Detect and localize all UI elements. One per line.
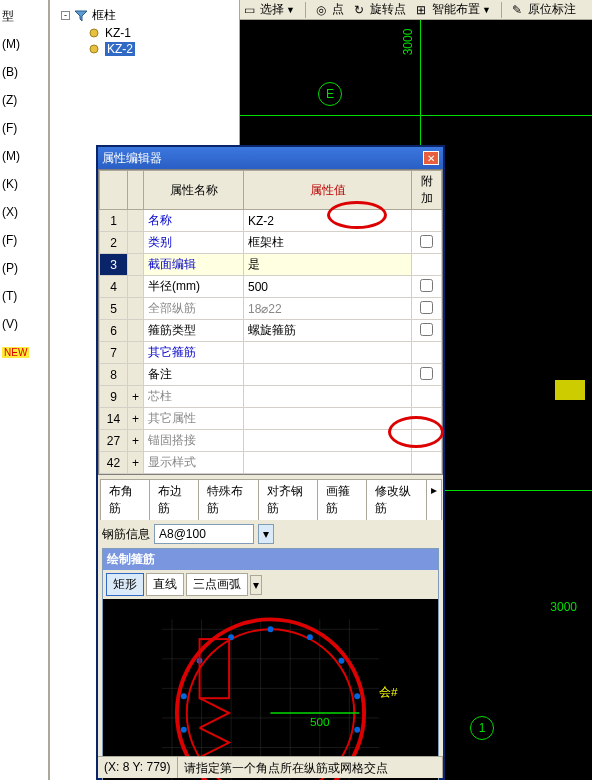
svg-point-28 <box>181 727 187 733</box>
gear-icon <box>87 43 101 55</box>
select-label: 选择 <box>260 1 284 18</box>
tree-item-label: KZ-1 <box>105 26 131 40</box>
left-item[interactable]: (P) <box>2 254 46 282</box>
left-item[interactable]: (M) <box>2 30 46 58</box>
left-item[interactable]: (B) <box>2 58 46 86</box>
table-row[interactable]: 4半径(mm)500 <box>100 276 442 298</box>
rebar-tabs: 布角筋 布边筋 特殊布筋 对齐钢筋 画箍筋 修改纵筋 ▸ <box>98 475 443 520</box>
table-row[interactable]: 2类别框架柱 <box>100 232 442 254</box>
tree-child-selected[interactable]: KZ-2 <box>61 41 233 57</box>
left-item[interactable]: (V) <box>2 310 46 338</box>
tree-child[interactable]: KZ-1 <box>61 25 233 41</box>
col-rownum <box>100 171 128 210</box>
dimension-text: 3000 <box>550 600 577 614</box>
svg-point-22 <box>354 727 360 733</box>
table-row[interactable]: 42+显示样式 <box>100 452 442 474</box>
dialog-title: 属性编辑器 <box>102 150 162 167</box>
draw-arc-button[interactable]: 三点画弧 <box>186 573 248 596</box>
tab-align-bar[interactable]: 对齐钢筋 <box>258 479 319 520</box>
tab-edge-bar[interactable]: 布边筋 <box>149 479 199 520</box>
draw-rect-button[interactable]: 矩形 <box>106 573 144 596</box>
svg-point-29 <box>181 693 187 699</box>
section-dim: 500 <box>310 715 330 729</box>
rotate-label: 旋转点 <box>370 1 406 18</box>
tab-corner-bar[interactable]: 布角筋 <box>100 479 150 520</box>
rebar-info-row: 钢筋信息 ▾ <box>98 520 443 548</box>
gear-icon <box>87 27 101 39</box>
property-editor-dialog: 属性编辑器 ✕ 属性名称 属性值 附加 1名称KZ-2 2类别框架柱 3截面编辑… <box>96 145 445 780</box>
draw-panel: 绘制箍筋 矩形 直线 三点画弧 ▾ <box>102 548 439 780</box>
rebar-dropdown[interactable]: ▾ <box>258 524 274 544</box>
extra-check[interactable] <box>420 279 433 292</box>
extra-check[interactable] <box>420 301 433 314</box>
svg-point-21 <box>354 693 360 699</box>
extra-check[interactable] <box>420 323 433 336</box>
tab-more[interactable]: ▸ <box>426 479 442 520</box>
draw-dropdown[interactable]: ▾ <box>250 575 262 595</box>
svg-point-18 <box>268 626 274 632</box>
tab-special-bar[interactable]: 特殊布筋 <box>198 479 259 520</box>
table-row[interactable]: 9+芯柱 <box>100 386 442 408</box>
left-panel: 型 (M) (B) (Z) (F) (M) (K) (X) (F) (P) (T… <box>0 0 50 780</box>
point-tool[interactable]: ◎点 <box>316 1 344 18</box>
table-row[interactable]: 6箍筋类型螺旋箍筋 <box>100 320 442 342</box>
select-tool[interactable]: ▭选择▼ <box>244 1 295 18</box>
property-grid: 属性名称 属性值 附加 1名称KZ-2 2类别框架柱 3截面编辑是 4半径(mm… <box>98 169 443 475</box>
svg-text:会#: 会# <box>379 685 398 699</box>
tab-draw-stirrup[interactable]: 画箍筋 <box>317 479 367 520</box>
smart-label: 智能布置 <box>432 1 480 18</box>
tab-modify-long[interactable]: 修改纵筋 <box>366 479 427 520</box>
col-extra[interactable]: 附加 <box>412 171 442 210</box>
axis-bubble-1: 1 <box>470 716 494 740</box>
origin-annot-tool[interactable]: ✎原位标注 <box>512 1 576 18</box>
rebar-info-label: 钢筋信息 <box>102 526 150 543</box>
extra-check[interactable] <box>420 367 433 380</box>
table-row[interactable]: 1名称KZ-2 <box>100 210 442 232</box>
left-item[interactable]: 型 <box>2 2 46 30</box>
draw-line-button[interactable]: 直线 <box>146 573 184 596</box>
svg-point-1 <box>90 45 98 53</box>
col-name[interactable]: 属性名称 <box>144 171 244 210</box>
table-row[interactable]: 14+其它属性 <box>100 408 442 430</box>
table-row[interactable]: 5全部纵筋18⌀22 <box>100 298 442 320</box>
svg-point-20 <box>338 658 344 664</box>
draw-header: 绘制箍筋 <box>103 549 438 570</box>
extra-check[interactable] <box>420 235 433 248</box>
tree-root-label: 框柱 <box>92 7 116 24</box>
close-button[interactable]: ✕ <box>423 151 439 165</box>
left-item[interactable]: (K) <box>2 170 46 198</box>
left-item[interactable]: (Z) <box>2 86 46 114</box>
svg-point-0 <box>90 29 98 37</box>
tree-item-label: KZ-2 <box>105 42 135 56</box>
rotate-point-tool[interactable]: ↻旋转点 <box>354 1 406 18</box>
table-row[interactable]: 7其它箍筋 <box>100 342 442 364</box>
svg-point-19 <box>307 634 313 640</box>
dimension-text: 3000 <box>401 29 415 56</box>
axis-bubble-e: E <box>318 82 342 106</box>
filter-icon <box>74 10 88 22</box>
collapse-icon[interactable]: - <box>61 11 70 20</box>
hint-cell: 请指定第一个角点所在纵筋或网格交点 <box>178 757 444 778</box>
top-toolbar: ▭选择▼ ◎点 ↻旋转点 ⊞智能布置▼ ✎原位标注 <box>240 0 592 20</box>
left-item[interactable]: (M) <box>2 142 46 170</box>
tree-root[interactable]: - 框柱 <box>61 6 233 25</box>
smart-place-tool[interactable]: ⊞智能布置▼ <box>416 1 491 18</box>
rebar-info-input[interactable] <box>154 524 254 544</box>
table-row[interactable]: 8备注 <box>100 364 442 386</box>
origin-label: 原位标注 <box>528 1 576 18</box>
col-value[interactable]: 属性值 <box>244 171 412 210</box>
section-canvas[interactable]: 500 会# <box>103 599 438 780</box>
table-row-selected[interactable]: 3截面编辑是 <box>100 254 442 276</box>
left-item[interactable]: (F) <box>2 226 46 254</box>
left-item[interactable]: (F) <box>2 114 46 142</box>
new-badge: NEW <box>2 347 29 358</box>
coords-cell: (X: 8 Y: 779) <box>98 757 178 778</box>
left-item[interactable]: (T) <box>2 282 46 310</box>
dialog-titlebar[interactable]: 属性编辑器 ✕ <box>98 147 443 169</box>
table-row[interactable]: 27+锚固搭接 <box>100 430 442 452</box>
left-item[interactable]: (X) <box>2 198 46 226</box>
draw-tools: 矩形 直线 三点画弧 ▾ <box>103 570 438 599</box>
point-label: 点 <box>332 1 344 18</box>
status-bar: (X: 8 Y: 779) 请指定第一个角点所在纵筋或网格交点 <box>98 756 443 778</box>
